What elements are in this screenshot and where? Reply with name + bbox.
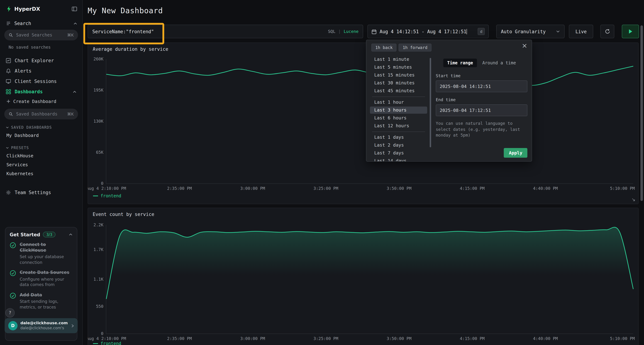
- lucene-mode-toggle[interactable]: Lucene: [344, 29, 358, 34]
- time-range-option[interactable]: Last 3 hours: [370, 106, 427, 114]
- start-time-input[interactable]: 2025-08-04 14:12:51: [436, 80, 527, 92]
- time-range-option[interactable]: Last 7 days: [370, 149, 427, 157]
- time-range-option[interactable]: Last 14 days: [370, 157, 427, 161]
- create-dashboard-button[interactable]: Create Dashboard: [0, 97, 82, 106]
- x-tick-label: 4:40:00 PM: [533, 186, 558, 191]
- sidebar-item-my-dashboard[interactable]: My Dashboard: [0, 131, 82, 140]
- time-range-option[interactable]: Last 1 days: [370, 134, 427, 141]
- chart-title: Average duration by service: [93, 46, 168, 52]
- time-range-value: Aug 4 14:12:51 - Aug 4 17:12:51: [380, 29, 467, 34]
- time-range-option[interactable]: Last 45 minutes: [370, 87, 427, 94]
- time-range-option[interactable]: Last 2 days: [370, 142, 427, 149]
- chart-legend[interactable]: frontend: [93, 341, 121, 345]
- sidebar-item-alerts[interactable]: Alerts: [0, 66, 82, 76]
- sidebar-collapse-icon[interactable]: [72, 6, 77, 12]
- x-tick-label: 3:25:00 PM: [314, 336, 338, 341]
- get-started-title: Get Started: [10, 232, 40, 237]
- calendar-icon: [371, 29, 377, 34]
- nav-label: Dashboards: [15, 89, 43, 94]
- gear-icon: [6, 190, 11, 195]
- monitor-icon: [6, 79, 11, 84]
- section-label: PRESETS: [11, 145, 29, 150]
- run-query-button[interactable]: [622, 25, 639, 38]
- sidebar-item-search[interactable]: Search: [6, 21, 77, 26]
- chevron-down-icon: [556, 30, 560, 33]
- chevron-up-icon[interactable]: [73, 90, 76, 93]
- section-saved-dashboards[interactable]: SAVED DASHBOARDS: [6, 125, 82, 129]
- sidebar-item-client-sessions[interactable]: Client Sessions: [0, 76, 82, 86]
- close-icon[interactable]: ×: [522, 41, 527, 49]
- plus-icon: [6, 99, 10, 103]
- time-range-option[interactable]: Last 12 hours: [370, 122, 427, 129]
- sidebar-item-services[interactable]: Services: [0, 160, 82, 169]
- get-started-step[interactable]: Create Data Sources Configure where your…: [10, 270, 73, 288]
- user-menu[interactable]: D dale@clickhouse.com dale@clickhouse.co…: [5, 318, 78, 333]
- saved-searches-input[interactable]: Saved Searches ⌘K: [4, 30, 78, 40]
- nav-label: Client Sessions: [15, 79, 57, 84]
- app-name: HyperDX: [14, 6, 40, 12]
- nav-label: Alerts: [15, 68, 32, 74]
- sidebar-item-chart-explorer[interactable]: Chart Explorer: [0, 55, 82, 66]
- tab-time-range[interactable]: Time range: [443, 59, 477, 67]
- sidebar-nav: Chart Explorer Alerts Client Sessions Da…: [0, 55, 82, 198]
- granularity-dropdown[interactable]: Auto Granularity: [496, 25, 564, 38]
- x-tick-label: 2:35:00 PM: [167, 186, 192, 191]
- sql-mode-toggle[interactable]: SQL: [328, 29, 336, 34]
- user-org: dale@clickhouse.com's: [20, 326, 68, 331]
- time-picker-tabs: Time range Around a time: [436, 59, 527, 67]
- resize-handle-icon[interactable]: [632, 198, 636, 202]
- time-range-options-list: Last 1 minuteLast 5 minutesLast 15 minut…: [368, 55, 428, 161]
- end-time-input[interactable]: 2025-08-04 17:12:51: [436, 104, 527, 116]
- chevron-up-icon[interactable]: [73, 22, 77, 25]
- chevron-down-icon: [6, 146, 9, 149]
- section-label: SAVED DASHBOARDS: [11, 125, 52, 129]
- shortcut-badge: ⌘K: [67, 112, 74, 116]
- chart-card-average-duration[interactable]: Average duration by service 260K195K130K…: [88, 42, 639, 204]
- get-started-step[interactable]: Connect to ClickHouse Set up your databa…: [10, 242, 73, 265]
- time-range-option[interactable]: Last 1 minute: [370, 56, 427, 63]
- page-scrollbar-thumb[interactable]: [640, 25, 643, 201]
- time-range-option[interactable]: Last 30 minutes: [370, 79, 427, 86]
- no-saved-searches-text: No saved searches: [8, 45, 82, 50]
- search-icon: [8, 112, 13, 116]
- saved-dashboards-input[interactable]: Saved Dashboards ⌘K: [4, 109, 78, 119]
- help-button[interactable]: ?: [5, 308, 15, 318]
- live-label: Live: [576, 29, 587, 34]
- live-button[interactable]: Live: [569, 25, 593, 38]
- time-picker-popover: 1h back 1h forward × Last 1 minuteLast 5…: [366, 40, 532, 162]
- y-tick-label: 550: [96, 304, 104, 309]
- refresh-button[interactable]: [600, 25, 614, 38]
- y-tick-label: 0: [101, 181, 104, 186]
- shift-back-button[interactable]: 1h back: [371, 44, 396, 51]
- chart-legend[interactable]: frontend: [93, 193, 121, 198]
- y-tick-label: 65K: [96, 150, 104, 155]
- shift-forward-button[interactable]: 1h forward: [399, 44, 432, 51]
- sidebar-item-clickhouse[interactable]: ClickHouse: [0, 151, 82, 160]
- chart-card-event-count[interactable]: Event count by service 2.2K1.7K1.1K5500A…: [88, 208, 639, 345]
- granularity-value: Auto Granularity: [501, 29, 546, 34]
- chart-explorer-icon: [6, 58, 11, 63]
- step-title: Create Data Sources: [20, 270, 73, 276]
- section-presets[interactable]: PRESETS: [6, 145, 82, 150]
- tab-around-a-time[interactable]: Around a time: [478, 59, 520, 67]
- hyperdx-logo-icon: [6, 6, 12, 12]
- sidebar-item-kubernetes[interactable]: Kubernetes: [0, 169, 82, 178]
- time-range-option[interactable]: Last 5 minutes: [370, 64, 427, 71]
- chevron-up-icon[interactable]: [69, 233, 73, 236]
- time-range-input[interactable]: Aug 4 14:12:51 - Aug 4 17:12:51 d: [368, 25, 489, 38]
- time-range-option[interactable]: Last 1 hour: [370, 99, 427, 106]
- time-range-option[interactable]: Last 6 hours: [370, 114, 427, 122]
- x-tick-label: 3:50:00 PM: [387, 186, 412, 191]
- apply-button[interactable]: Apply: [504, 148, 527, 158]
- sidebar-item-team-settings[interactable]: Team Settings: [0, 187, 82, 198]
- shortcut-badge: ⌘K: [67, 33, 74, 37]
- time-range-option[interactable]: Last 15 minutes: [370, 71, 427, 79]
- popover-scrollbar[interactable]: [430, 58, 431, 147]
- sidebar-item-dashboards[interactable]: Dashboards: [0, 86, 82, 97]
- chart-series-svg: [106, 225, 633, 334]
- x-tick-label: 2:35:00 PM: [167, 336, 192, 341]
- check-circle-icon: [10, 270, 16, 288]
- y-tick-label: 130K: [94, 119, 104, 124]
- get-started-step[interactable]: Add Data Start sending logs, metrics, or…: [10, 293, 73, 310]
- start-time-label: Start time: [436, 73, 527, 78]
